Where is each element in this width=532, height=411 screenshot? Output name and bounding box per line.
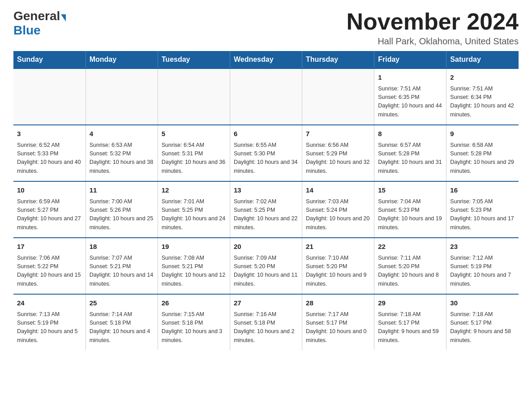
calendar-cell: 25Sunrise: 7:14 AMSunset: 5:18 PMDayligh… (86, 294, 158, 350)
header-monday: Monday (86, 51, 158, 68)
calendar-cell: 4Sunrise: 6:53 AMSunset: 5:32 PMDaylight… (86, 125, 158, 181)
calendar-cell (158, 68, 230, 125)
day-number: 20 (234, 242, 298, 252)
day-info: Sunrise: 7:04 AMSunset: 5:23 PMDaylight:… (378, 197, 442, 232)
page-header: General Blue November 2024 Hall Park, Ok… (13, 9, 519, 47)
day-number: 5 (162, 129, 226, 139)
day-info: Sunrise: 7:15 AMSunset: 5:18 PMDaylight:… (162, 310, 226, 345)
day-info: Sunrise: 6:58 AMSunset: 5:28 PMDaylight:… (450, 141, 515, 176)
calendar-week-1: 1Sunrise: 7:51 AMSunset: 6:35 PMDaylight… (13, 68, 519, 125)
calendar-cell: 5Sunrise: 6:54 AMSunset: 5:31 PMDaylight… (158, 125, 230, 181)
day-info: Sunrise: 6:57 AMSunset: 5:28 PMDaylight:… (378, 141, 442, 176)
day-number: 7 (306, 129, 370, 139)
title-block: November 2024 Hall Park, Oklahoma, Unite… (347, 9, 519, 47)
header-saturday: Saturday (446, 51, 519, 68)
header-sunday: Sunday (13, 51, 86, 68)
day-info: Sunrise: 7:17 AMSunset: 5:17 PMDaylight:… (306, 310, 370, 345)
calendar-cell: 3Sunrise: 6:52 AMSunset: 5:33 PMDaylight… (13, 125, 86, 181)
calendar-body: 1Sunrise: 7:51 AMSunset: 6:35 PMDaylight… (13, 68, 519, 350)
logo: General Blue (13, 9, 66, 38)
calendar-cell: 22Sunrise: 7:11 AMSunset: 5:20 PMDayligh… (374, 238, 446, 294)
day-info: Sunrise: 7:18 AMSunset: 5:17 PMDaylight:… (378, 310, 442, 345)
day-info: Sunrise: 7:14 AMSunset: 5:18 PMDaylight:… (90, 310, 154, 345)
day-number: 19 (162, 242, 226, 252)
calendar-cell: 7Sunrise: 6:56 AMSunset: 5:29 PMDaylight… (302, 125, 374, 181)
day-number: 17 (17, 242, 82, 252)
calendar-cell: 26Sunrise: 7:15 AMSunset: 5:18 PMDayligh… (158, 294, 230, 350)
day-number: 13 (234, 185, 298, 196)
calendar-table: Sunday Monday Tuesday Wednesday Thursday… (13, 51, 519, 350)
day-number: 3 (17, 129, 82, 139)
day-number: 9 (450, 129, 515, 139)
day-info: Sunrise: 7:12 AMSunset: 5:19 PMDaylight:… (450, 254, 515, 289)
calendar-week-4: 17Sunrise: 7:06 AMSunset: 5:22 PMDayligh… (13, 238, 519, 294)
calendar-cell: 1Sunrise: 7:51 AMSunset: 6:35 PMDaylight… (374, 68, 446, 125)
day-number: 8 (378, 129, 442, 139)
calendar-cell: 6Sunrise: 6:55 AMSunset: 5:30 PMDaylight… (230, 125, 302, 181)
day-number: 26 (162, 298, 226, 308)
day-info: Sunrise: 6:54 AMSunset: 5:31 PMDaylight:… (162, 141, 226, 176)
day-number: 23 (450, 242, 515, 252)
header-tuesday: Tuesday (158, 51, 230, 68)
calendar-week-5: 24Sunrise: 7:13 AMSunset: 5:19 PMDayligh… (13, 294, 519, 350)
day-number: 25 (90, 298, 154, 308)
logo-arrow-icon (61, 14, 66, 21)
calendar-cell: 16Sunrise: 7:05 AMSunset: 5:23 PMDayligh… (446, 181, 519, 238)
day-info: Sunrise: 7:02 AMSunset: 5:25 PMDaylight:… (234, 197, 298, 232)
header-thursday: Thursday (302, 51, 374, 68)
day-number: 4 (90, 129, 154, 139)
calendar-week-2: 3Sunrise: 6:52 AMSunset: 5:33 PMDaylight… (13, 125, 519, 181)
calendar-cell: 24Sunrise: 7:13 AMSunset: 5:19 PMDayligh… (13, 294, 86, 350)
day-info: Sunrise: 7:13 AMSunset: 5:19 PMDaylight:… (17, 310, 82, 345)
day-info: Sunrise: 7:03 AMSunset: 5:24 PMDaylight:… (306, 197, 370, 232)
day-number: 10 (17, 185, 82, 196)
day-info: Sunrise: 7:51 AMSunset: 6:35 PMDaylight:… (378, 85, 442, 120)
calendar-cell: 11Sunrise: 7:00 AMSunset: 5:26 PMDayligh… (86, 181, 158, 238)
calendar-header-row: Sunday Monday Tuesday Wednesday Thursday… (13, 51, 519, 68)
day-number: 18 (90, 242, 154, 252)
day-number: 6 (234, 129, 298, 139)
calendar-cell: 23Sunrise: 7:12 AMSunset: 5:19 PMDayligh… (446, 238, 519, 294)
day-number: 16 (450, 185, 515, 196)
day-info: Sunrise: 7:01 AMSunset: 5:25 PMDaylight:… (162, 197, 226, 232)
calendar-cell: 30Sunrise: 7:18 AMSunset: 5:17 PMDayligh… (446, 294, 519, 350)
calendar-cell: 12Sunrise: 7:01 AMSunset: 5:25 PMDayligh… (158, 181, 230, 238)
day-number: 21 (306, 242, 370, 252)
day-info: Sunrise: 7:51 AMSunset: 6:34 PMDaylight:… (450, 85, 515, 120)
day-info: Sunrise: 7:05 AMSunset: 5:23 PMDaylight:… (450, 197, 515, 232)
calendar-cell: 8Sunrise: 6:57 AMSunset: 5:28 PMDaylight… (374, 125, 446, 181)
day-number: 11 (90, 185, 154, 196)
calendar-cell: 2Sunrise: 7:51 AMSunset: 6:34 PMDaylight… (446, 68, 519, 125)
calendar-cell: 27Sunrise: 7:16 AMSunset: 5:18 PMDayligh… (230, 294, 302, 350)
logo-general-text: General (13, 9, 60, 23)
calendar-cell: 28Sunrise: 7:17 AMSunset: 5:17 PMDayligh… (302, 294, 374, 350)
day-number: 27 (234, 298, 298, 308)
calendar-cell: 21Sunrise: 7:10 AMSunset: 5:20 PMDayligh… (302, 238, 374, 294)
header-wednesday: Wednesday (230, 51, 302, 68)
day-info: Sunrise: 7:18 AMSunset: 5:17 PMDaylight:… (450, 310, 515, 345)
day-info: Sunrise: 6:53 AMSunset: 5:32 PMDaylight:… (90, 141, 154, 176)
location-subtitle: Hall Park, Oklahoma, United States (347, 36, 519, 47)
day-info: Sunrise: 6:56 AMSunset: 5:29 PMDaylight:… (306, 141, 370, 176)
day-info: Sunrise: 6:55 AMSunset: 5:30 PMDaylight:… (234, 141, 298, 176)
day-info: Sunrise: 7:06 AMSunset: 5:22 PMDaylight:… (17, 254, 82, 289)
day-number: 15 (378, 185, 442, 196)
day-number: 28 (306, 298, 370, 308)
calendar-cell (302, 68, 374, 125)
day-info: Sunrise: 7:08 AMSunset: 5:21 PMDaylight:… (162, 254, 226, 289)
calendar-cell (86, 68, 158, 125)
day-info: Sunrise: 6:59 AMSunset: 5:27 PMDaylight:… (17, 197, 82, 232)
calendar-cell (13, 68, 86, 125)
calendar-cell: 10Sunrise: 6:59 AMSunset: 5:27 PMDayligh… (13, 181, 86, 238)
logo-blue-text: Blue (13, 23, 41, 38)
calendar-cell: 20Sunrise: 7:09 AMSunset: 5:20 PMDayligh… (230, 238, 302, 294)
day-number: 14 (306, 185, 370, 196)
calendar-cell: 14Sunrise: 7:03 AMSunset: 5:24 PMDayligh… (302, 181, 374, 238)
day-number: 24 (17, 298, 82, 308)
day-info: Sunrise: 7:09 AMSunset: 5:20 PMDaylight:… (234, 254, 298, 289)
calendar-cell (230, 68, 302, 125)
day-info: Sunrise: 7:10 AMSunset: 5:20 PMDaylight:… (306, 254, 370, 289)
day-info: Sunrise: 6:52 AMSunset: 5:33 PMDaylight:… (17, 141, 82, 176)
day-number: 30 (450, 298, 515, 308)
calendar-cell: 19Sunrise: 7:08 AMSunset: 5:21 PMDayligh… (158, 238, 230, 294)
